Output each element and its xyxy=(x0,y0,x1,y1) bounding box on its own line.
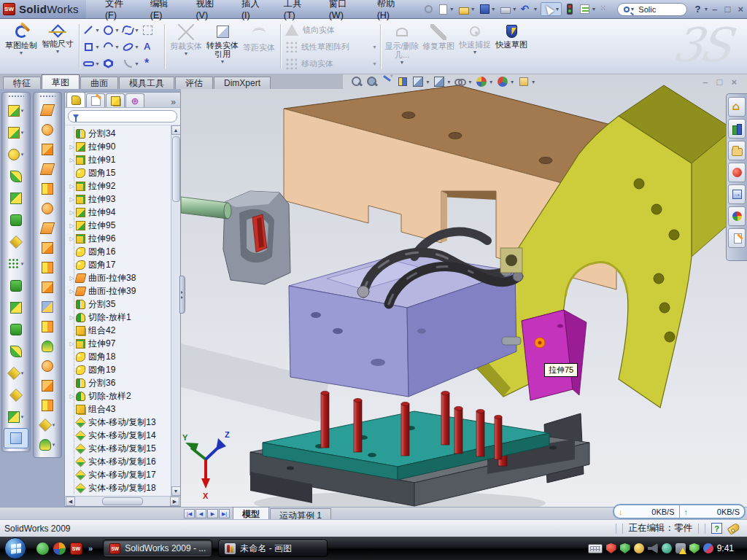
sketch-button[interactable]: 草图绘制 ▼ xyxy=(3,21,39,72)
core-icon[interactable]: ▼ xyxy=(34,376,61,395)
hide-show-items-icon[interactable]: ▼ xyxy=(454,75,473,88)
swept-surface-icon[interactable]: ▼ xyxy=(34,100,61,120)
planar-surface-icon[interactable]: ▼ xyxy=(34,218,61,238)
toolbar-grip[interactable] xyxy=(39,95,55,98)
offset-entities-button[interactable]: 等距实体 ▼ xyxy=(241,21,277,72)
dropdown-caret-icon[interactable]: ▼ xyxy=(533,7,538,12)
feature-tree-item[interactable]: ▷ 实体-移动/复制17 xyxy=(68,468,171,481)
extruded-boss-icon[interactable]: ▼ xyxy=(2,100,30,122)
dropdown-caret-icon[interactable]: ▼ xyxy=(20,131,25,135)
graphics-viewport[interactable]: X Y Z ▼ ▼ ▼ ▼ ▼ xyxy=(181,74,747,507)
dropdown-caret-icon[interactable]: ▼ xyxy=(449,7,454,12)
dropdown-caret-icon[interactable]: ▼ xyxy=(115,28,121,33)
propertymanager-tab[interactable] xyxy=(86,93,105,107)
minimize-button[interactable]: – xyxy=(708,4,721,15)
volume-tray-icon[interactable] xyxy=(648,543,658,553)
expand-arrow-icon[interactable]: ▷ xyxy=(68,393,76,400)
ribbon-tab[interactable]: 评估 xyxy=(175,77,213,89)
tags-icon[interactable] xyxy=(727,522,741,534)
move-copy-body-icon[interactable]: ▼ xyxy=(2,341,30,362)
circle-icon[interactable]: ▼ xyxy=(102,22,122,39)
dropdown-caret-icon[interactable]: ▼ xyxy=(134,28,141,33)
network-alert-tray-icon[interactable] xyxy=(676,543,686,553)
draft-icon[interactable]: ▼ xyxy=(2,319,30,341)
feature-tree-item[interactable]: ▷ 切除-放样1 xyxy=(68,311,171,324)
view-orientation-icon[interactable]: ▼ xyxy=(411,75,430,88)
feature-tree-item[interactable]: ▷ 曲面-拉伸38 xyxy=(68,271,171,284)
rapid-sketch-button[interactable]: 快速草图 ▼ xyxy=(493,21,530,72)
expand-arrow-icon[interactable]: ▷ xyxy=(68,222,76,229)
lofted-boss-icon[interactable]: ▼ xyxy=(2,187,30,209)
parting-line-icon[interactable]: ▼ xyxy=(34,297,61,316)
view-palette-tab[interactable] xyxy=(728,184,746,204)
open-icon[interactable]: ▼ xyxy=(457,4,477,15)
offset-surface-icon[interactable]: ▼ xyxy=(34,159,61,179)
polygon-icon[interactable]: ▼ xyxy=(102,55,122,72)
reference-geometry-icon[interactable]: ▼ xyxy=(2,362,30,384)
dropdown-caret-icon[interactable]: ▼ xyxy=(425,79,430,85)
surface-reference-icon[interactable]: ▼ xyxy=(34,415,61,435)
solidworks-resources-tab[interactable] xyxy=(728,97,746,117)
feature-tree-item[interactable]: ▷ 切除-放样2 xyxy=(68,389,171,402)
model-part-sprue-rod[interactable] xyxy=(181,197,231,219)
keyboard-layout-icon[interactable] xyxy=(588,544,603,553)
quick-snaps-button[interactable]: 快速捕捉 ▼ xyxy=(457,21,493,72)
dropdown-caret-icon[interactable]: ▼ xyxy=(510,79,515,85)
feature-tree-item[interactable]: ▷ 分割34 xyxy=(68,127,171,140)
point-icon[interactable]: ▼ xyxy=(142,55,161,72)
feature-tree-item[interactable]: ▷ 圆角19 xyxy=(68,363,171,376)
feature-tree-item[interactable]: ▷ 拉伸92 xyxy=(68,179,171,192)
swept-boss-icon[interactable]: ▼ xyxy=(2,166,30,187)
previous-view-icon[interactable]: ▼ xyxy=(381,75,394,88)
scrollbar-thumb[interactable] xyxy=(172,136,180,202)
taskbar-window-button[interactable]: SW SolidWorks 2009 - ... xyxy=(103,540,212,557)
parting-surface-icon[interactable]: ▼ xyxy=(34,336,61,356)
hole-wizard-icon[interactable]: ▼ xyxy=(2,231,30,253)
expand-arrow-icon[interactable]: ▷ xyxy=(68,236,76,242)
filter-input[interactable] xyxy=(82,112,185,121)
new-file-icon[interactable]: ▼ xyxy=(436,3,456,16)
curve-icon[interactable]: ▼ xyxy=(2,406,30,428)
feature-tree-item[interactable]: ▷ 拉伸95 xyxy=(68,219,171,232)
menu-item[interactable]: 窗口(W) xyxy=(322,0,368,23)
feature-tree-item[interactable]: ▷ 圆角15 xyxy=(68,166,171,179)
ribbon-tab[interactable]: DimXpert xyxy=(214,77,271,89)
tooling-split-icon[interactable]: ▼ xyxy=(34,356,61,376)
feature-tree-item[interactable]: ▷ 分割36 xyxy=(68,376,171,389)
scroll-up-icon[interactable]: ▲ xyxy=(171,125,181,135)
dropdown-caret-icon[interactable]: ▼ xyxy=(473,50,478,55)
solidworks-quicklaunch-icon[interactable]: SW xyxy=(70,542,82,555)
dropdown-caret-icon[interactable]: ▼ xyxy=(491,7,496,12)
undo-icon[interactable]: ↶ ▼ xyxy=(519,3,540,16)
antivirus-tray-icon[interactable] xyxy=(620,543,630,553)
ribbon-tab[interactable]: 特征 xyxy=(3,77,41,89)
dropdown-caret-icon[interactable]: ▼ xyxy=(591,7,596,12)
expand-arrow-icon[interactable]: ▷ xyxy=(68,196,76,203)
search-input[interactable] xyxy=(638,5,682,14)
extruded-cut-icon[interactable]: ▼ xyxy=(2,122,30,144)
dropdown-caret-icon[interactable]: ▼ xyxy=(95,61,101,66)
mirror-feature-icon[interactable]: ▼ xyxy=(2,275,30,297)
print-icon[interactable]: ▼ xyxy=(498,4,519,15)
feature-tree-item[interactable]: ▷ 曲面-拉伸39 xyxy=(68,284,171,298)
mirror-entities-button[interactable]: 镜向实体 ▼ xyxy=(284,23,377,37)
realview-tab[interactable] xyxy=(728,206,746,226)
dropdown-caret-icon[interactable]: ▼ xyxy=(400,60,405,65)
arc-icon[interactable]: ▼ xyxy=(102,39,122,55)
scrollbar-thumb[interactable] xyxy=(102,497,143,505)
sketch-fillet-icon[interactable]: ▼ xyxy=(122,55,142,72)
menu-item[interactable]: 视图(V) xyxy=(188,0,233,23)
text-icon[interactable]: ▼ xyxy=(142,39,161,55)
start-button[interactable] xyxy=(4,537,26,559)
feature-tree-item[interactable]: ▷ 拉伸94 xyxy=(68,206,171,219)
dropdown-caret-icon[interactable]: ▼ xyxy=(372,44,377,50)
dropdown-caret-icon[interactable]: ▼ xyxy=(468,79,473,85)
dropdown-caret-icon[interactable]: ▼ xyxy=(446,79,452,85)
expand-arrow-icon[interactable]: ▷ xyxy=(68,144,76,150)
rib-icon[interactable]: ▼ xyxy=(2,297,30,319)
display-style-icon[interactable]: ▼ xyxy=(433,75,452,88)
ribbon-tab[interactable]: 模具工具 xyxy=(119,77,174,89)
linear-pattern-icon[interactable]: ▼ xyxy=(2,253,30,275)
scroll-down-icon[interactable]: ▼ xyxy=(171,486,181,496)
expand-arrow-icon[interactable]: ▷ xyxy=(68,209,76,216)
